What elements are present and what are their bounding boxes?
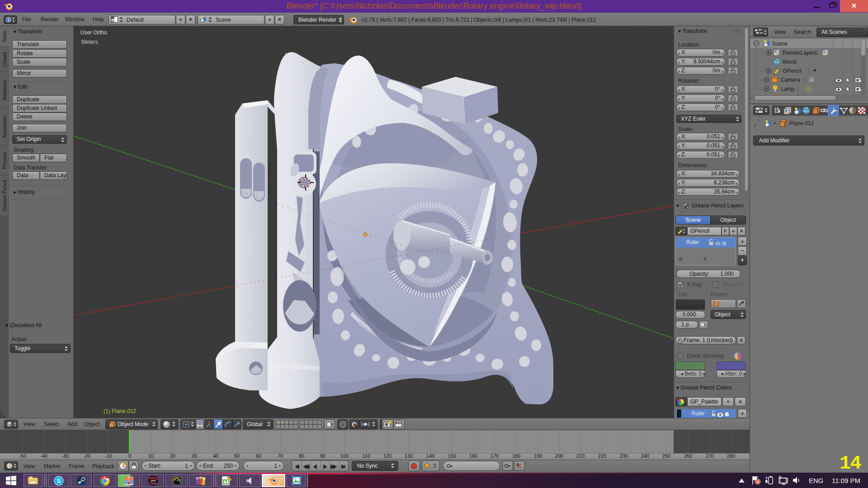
svg-text:GPU: GPU (151, 479, 156, 482)
svg-text:i: i (8, 18, 9, 22)
svg-text:Tweak: Tweak (150, 483, 156, 485)
svg-text:S: S (57, 477, 61, 484)
